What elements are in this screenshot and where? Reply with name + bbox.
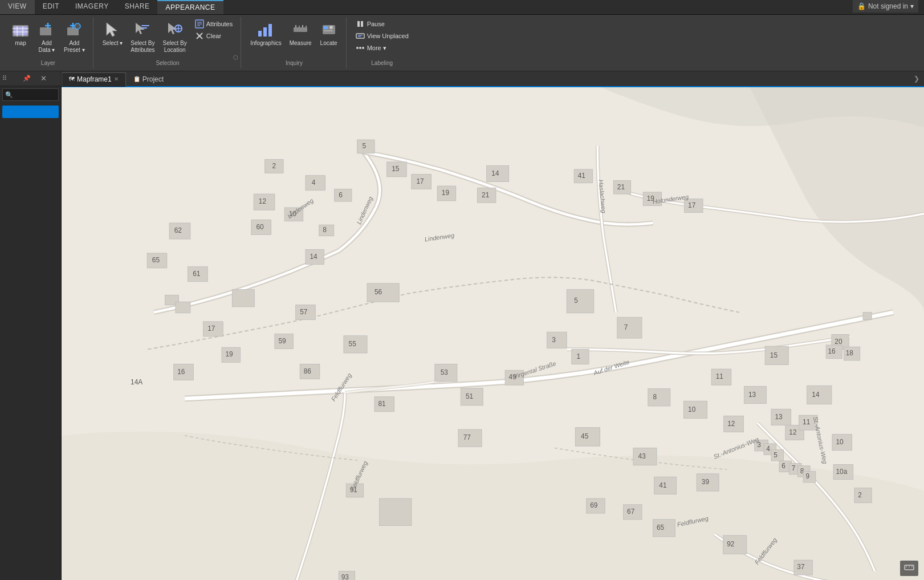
locate-label: Locate xyxy=(320,40,337,47)
panel-search-input[interactable] xyxy=(13,90,53,99)
svg-text:20: 20 xyxy=(835,338,842,346)
map-button[interactable]: map xyxy=(8,18,33,49)
tab-imagery[interactable]: IMAGERY xyxy=(67,0,117,14)
map-tabs: 🗺 Mapframe1 ✕ 📋 Project ❯ xyxy=(62,71,924,87)
add-preset-label: AddPreset ▾ xyxy=(64,40,85,54)
svg-rect-94 xyxy=(547,332,567,348)
svg-text:14: 14 xyxy=(491,169,499,177)
select-by-attributes-button[interactable]: Select ByAttributes xyxy=(127,18,158,56)
svg-point-46 xyxy=(362,47,364,49)
svg-rect-54 xyxy=(335,189,352,202)
svg-text:15: 15 xyxy=(392,165,400,173)
svg-text:12: 12 xyxy=(259,197,266,205)
tab-view[interactable]: VIEW xyxy=(0,0,35,14)
svg-text:37: 37 xyxy=(797,563,804,571)
attributes-button[interactable]: Attributes xyxy=(192,18,236,30)
mapframe1-close[interactable]: ✕ xyxy=(114,76,119,82)
clear-button[interactable]: Clear xyxy=(192,30,236,42)
svg-text:17: 17 xyxy=(416,177,424,185)
more-button[interactable]: More ▾ xyxy=(352,42,412,54)
tab-appearance[interactable]: APPEARANCE xyxy=(157,0,223,14)
svg-rect-39 xyxy=(357,21,360,27)
svg-text:18: 18 xyxy=(846,349,854,357)
ribbon-group-selection: Select ▾ Select ByAttributes Select ByLo… xyxy=(95,17,242,68)
svg-text:7: 7 xyxy=(624,323,628,331)
svg-text:1: 1 xyxy=(576,352,580,360)
tab-project[interactable]: 📋 Project xyxy=(126,72,171,86)
select-label: Select ▾ xyxy=(103,40,123,47)
svg-text:41: 41 xyxy=(578,172,586,180)
select-by-location-button[interactable]: Select ByLocation xyxy=(160,18,190,56)
locate-icon xyxy=(320,21,338,39)
view-unplaced-label: View Unplaced xyxy=(367,33,409,39)
tab-mapframe1[interactable]: 🗺 Mapframe1 ✕ xyxy=(62,72,126,87)
svg-rect-6 xyxy=(40,27,51,35)
svg-point-44 xyxy=(356,47,359,49)
svg-text:92: 92 xyxy=(727,540,734,548)
svg-text:51: 51 xyxy=(466,392,474,400)
svg-text:2: 2 xyxy=(272,162,276,170)
svg-text:56: 56 xyxy=(375,288,382,296)
svg-text:5: 5 xyxy=(362,142,366,150)
tab-share[interactable]: SHARE xyxy=(117,0,158,14)
svg-text:2: 2 xyxy=(858,491,862,499)
ribbon-group-labeling: Pause View Unplaced More ▾ xyxy=(348,17,417,68)
svg-rect-28 xyxy=(263,27,267,36)
svg-rect-40 xyxy=(361,21,363,27)
svg-text:41: 41 xyxy=(659,481,667,489)
panel-collapse-button[interactable]: ❯ xyxy=(909,72,924,85)
select-by-attr-label: Select ByAttributes xyxy=(131,40,154,54)
svg-text:17: 17 xyxy=(688,201,695,209)
panel-drag-handle[interactable]: ⠿ xyxy=(2,75,21,82)
svg-text:67: 67 xyxy=(627,508,634,516)
signin-label: Not signed in xyxy=(868,2,908,10)
svg-text:14: 14 xyxy=(310,253,318,261)
svg-text:11: 11 xyxy=(803,418,811,426)
svg-rect-121 xyxy=(648,389,670,406)
mapframe1-tab-label: Mapframe1 xyxy=(77,75,112,83)
add-data-button[interactable]: AddData ▾ xyxy=(34,18,59,56)
svg-point-12 xyxy=(75,23,80,29)
svg-text:5: 5 xyxy=(574,297,578,305)
project-tab-label: Project xyxy=(143,75,164,83)
panel-close-button[interactable]: ✕ xyxy=(40,74,59,83)
svg-text:10: 10 xyxy=(688,405,696,413)
ribbon-group-inquiry: Infographics Measure Locate Inquiry xyxy=(242,17,346,68)
panel-content xyxy=(0,103,61,580)
measure-button[interactable]: Measure xyxy=(286,18,315,49)
pause-button[interactable]: Pause xyxy=(352,18,412,30)
svg-text:6: 6 xyxy=(781,462,785,470)
select-icon xyxy=(103,21,121,39)
view-unplaced-button[interactable]: View Unplaced xyxy=(352,30,412,42)
locate-button[interactable]: Locate xyxy=(316,18,341,49)
select-button[interactable]: Select ▾ xyxy=(99,18,127,49)
map-scale-icon[interactable] xyxy=(900,561,918,576)
svg-point-45 xyxy=(359,47,361,49)
signin-button[interactable]: 🔒 Not signed in ▾ xyxy=(853,0,918,13)
svg-rect-15 xyxy=(141,25,149,26)
svg-text:39: 39 xyxy=(702,478,710,486)
add-data-icon xyxy=(38,21,56,39)
infographics-label: Infographics xyxy=(250,40,281,47)
pin-icon[interactable]: 📌 xyxy=(23,75,41,82)
svg-rect-1 xyxy=(14,26,27,35)
inquiry-group-label: Inquiry xyxy=(242,60,345,66)
svg-rect-92 xyxy=(567,290,594,313)
svg-text:65: 65 xyxy=(657,524,665,532)
unplaced-icon xyxy=(356,31,365,40)
selection-dialog-launcher[interactable]: ⬡ xyxy=(233,54,238,60)
dropdown-icon: ▾ xyxy=(910,2,914,10)
infographics-button[interactable]: Infographics xyxy=(247,18,284,49)
svg-text:57: 57 xyxy=(300,308,307,316)
svg-text:21: 21 xyxy=(617,183,625,191)
svg-text:7: 7 xyxy=(792,464,796,472)
svg-rect-27 xyxy=(258,31,262,36)
select-loc-icon xyxy=(166,21,184,39)
svg-rect-36 xyxy=(324,26,328,29)
add-preset-button[interactable]: AddPreset ▾ xyxy=(60,18,88,56)
selection-small-buttons: Attributes Clear xyxy=(192,18,236,42)
panel-selected-item[interactable] xyxy=(2,106,59,118)
map-view[interactable]: 2 4 5 6 8 10 12 14 15 17 19 21 14 21 41 … xyxy=(62,87,924,580)
tab-edit[interactable]: EDIT xyxy=(35,0,67,14)
svg-rect-37 xyxy=(324,30,333,31)
